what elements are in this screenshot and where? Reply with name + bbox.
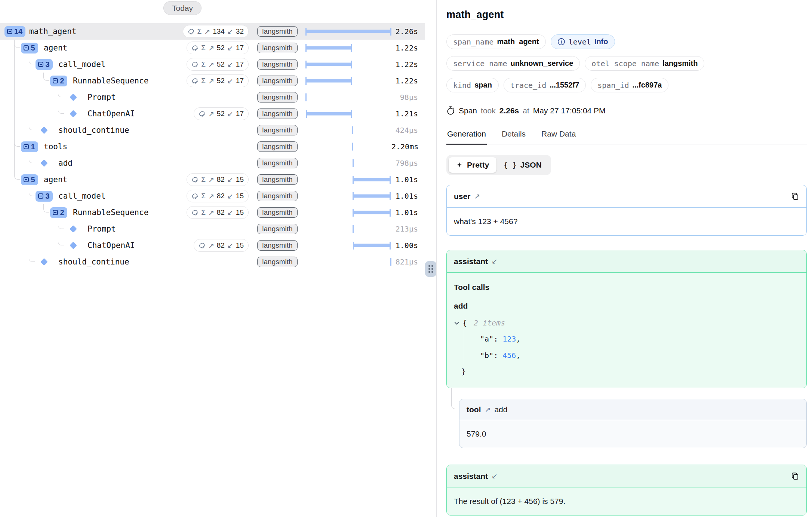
message-card-assistant-final: assistant ↙ The result of (123 + 456) is…	[446, 465, 807, 516]
copy-button[interactable]	[791, 472, 799, 480]
duration-bar	[305, 63, 352, 66]
message-card-user: user ↗ what's 123 + 456?	[446, 185, 807, 236]
message-body: what's 123 + 456?	[447, 208, 806, 235]
duration-bar	[306, 112, 352, 116]
tree-row-agent[interactable]: 5agentΣ↗52↙17langsmith1.22s	[0, 40, 425, 56]
leaf-diamond-icon	[40, 126, 48, 134]
pill-value: math_agent	[497, 37, 539, 46]
message-header: assistant ↙	[447, 465, 806, 487]
input-tokens: 52	[217, 110, 225, 118]
collapse-badge[interactable]: 1	[21, 141, 38, 152]
collapse-badge[interactable]: 14	[4, 26, 25, 37]
span-name: tools	[44, 142, 67, 151]
collapse-badge[interactable]: 2	[50, 76, 67, 86]
tree-row-RunnableSequence[interactable]: 2RunnableSequenceΣ↗52↙17langsmith1.22s	[0, 73, 425, 89]
drag-handle[interactable]	[425, 261, 436, 277]
tree-row-Prompt[interactable]: Promptlangsmith213µs	[0, 221, 425, 237]
collapse-badge[interactable]: 2	[50, 207, 67, 218]
tree-row-should_continue[interactable]: should_continuelangsmith424µs	[0, 122, 425, 138]
langsmith-tag: langsmith	[257, 92, 297, 103]
tree-row-ChatOpenAI[interactable]: ChatOpenAI↗52↙17langsmith1.21s	[0, 105, 425, 122]
leaf-diamond-icon	[40, 159, 48, 167]
langsmith-tag: langsmith	[257, 207, 297, 218]
arrow-out-icon: ↗	[474, 192, 480, 201]
arrow-down-left-icon: ↙	[227, 44, 233, 52]
arrow-up-right-icon: ↗	[204, 27, 210, 36]
langsmith-tag: langsmith	[257, 76, 297, 86]
json-line: "a": 123,	[480, 331, 799, 347]
tool-connector-line	[451, 388, 459, 409]
tree-row-add[interactable]: addlangsmith798µs	[0, 155, 425, 171]
duration-bar	[305, 30, 391, 33]
tree-row-call_model[interactable]: 3call_modelΣ↗82↙15langsmith1.01s	[0, 188, 425, 204]
tab-raw-data[interactable]: Raw Data	[541, 129, 576, 144]
input-tokens: 134	[213, 27, 225, 36]
tree-row-ChatOpenAI[interactable]: ChatOpenAI↗82↙15langsmith1.00s	[0, 237, 425, 254]
langsmith-tag: langsmith	[257, 240, 297, 251]
langsmith-tag: langsmith	[257, 257, 297, 267]
tree-row-agent[interactable]: 5agentΣ↗82↙15langsmith1.01s	[0, 171, 425, 188]
arrow-up-right-icon: ↗	[208, 192, 214, 201]
arrow-up-right-icon: ↗	[208, 110, 214, 118]
arrow-down-left-icon: ↙	[227, 77, 233, 85]
meta-pill-kind: kindspan	[446, 78, 499, 92]
duration-tick	[353, 159, 354, 167]
close-brace: }	[461, 364, 799, 379]
json-rows: "a": 123, "b": 456,	[464, 330, 799, 364]
collapse-minus-icon	[38, 62, 43, 67]
output-tokens: 15	[236, 175, 244, 184]
tab-details[interactable]: Details	[501, 129, 526, 144]
pretty-button[interactable]: Pretty	[449, 157, 496, 173]
span-name: agent	[44, 175, 67, 184]
pill-value: ...fc897a	[632, 81, 662, 89]
input-tokens: 82	[217, 208, 225, 217]
tool-call-name: add	[494, 405, 507, 414]
timing-span-label: Span	[459, 106, 477, 115]
tree-row-should_continue[interactable]: should_continuelangsmith821µs	[0, 254, 425, 270]
tree-row-RunnableSequence[interactable]: 2RunnableSequenceΣ↗82↙15langsmith1.01s	[0, 204, 425, 221]
span-title: math_agent	[446, 9, 807, 21]
collapse-badge[interactable]: 3	[36, 59, 52, 70]
json-button[interactable]: { } JSON	[496, 157, 549, 173]
token-badge: Σ↗134↙32	[183, 25, 249, 38]
tree-row-tools[interactable]: 1toolslangsmith2.20ms	[0, 138, 425, 155]
token-badge: Σ↗82↙15	[187, 206, 249, 219]
date-pill[interactable]: Today	[163, 1, 202, 15]
sigma-icon: Σ	[201, 60, 206, 68]
langsmith-tag: langsmith	[257, 174, 297, 185]
message-header: assistant ↙	[447, 250, 806, 273]
duration-text: 213µs	[391, 224, 425, 233]
pill-key: otel_scope_name	[591, 59, 659, 68]
collapse-badge[interactable]: 5	[21, 174, 38, 185]
message-card-assistant-tool: assistant ↙ Tool calls add { 2 items "a"…	[446, 250, 807, 388]
tree-guide-line	[29, 73, 29, 89]
tree-row-call_model[interactable]: 3call_modelΣ↗52↙17langsmith1.22s	[0, 56, 425, 73]
sigma-icon: Σ	[201, 77, 206, 85]
duration-bar	[353, 211, 391, 214]
tab-generation[interactable]: Generation	[446, 129, 487, 145]
tree-row-math_agent[interactable]: 14math_agentΣ↗134↙32langsmith2.26s	[0, 23, 425, 40]
collapse-minus-icon	[53, 210, 58, 215]
token-badge: Σ↗82↙15	[187, 190, 249, 202]
copy-button[interactable]	[791, 192, 799, 201]
chevron-down-icon[interactable]	[454, 320, 459, 326]
span-name: agent	[44, 43, 67, 52]
token-coin-icon	[191, 61, 199, 68]
sigma-icon: Σ	[201, 208, 206, 217]
langsmith-tag: langsmith	[257, 108, 297, 119]
message-card-tool: tool ↗ add 579.0	[459, 399, 807, 448]
tree-guide-line	[29, 204, 29, 221]
tree-row-Prompt[interactable]: Promptlangsmith98µs	[0, 89, 425, 105]
collapse-badge[interactable]: 3	[36, 191, 52, 202]
sigma-icon: Σ	[201, 175, 206, 184]
langsmith-tag: langsmith	[257, 59, 297, 70]
arrow-up-right-icon: ↗	[208, 44, 214, 52]
collapse-badge[interactable]: 5	[21, 43, 38, 53]
duration-text: 1.01s	[391, 208, 425, 217]
langsmith-tag: langsmith	[257, 158, 297, 168]
duration-text: 1.00s	[391, 241, 425, 250]
sigma-icon: Σ	[201, 44, 206, 52]
pill-value: unknown_service	[511, 59, 573, 68]
tree-elbow-line	[14, 40, 20, 48]
pill-key: span_id	[597, 81, 629, 90]
